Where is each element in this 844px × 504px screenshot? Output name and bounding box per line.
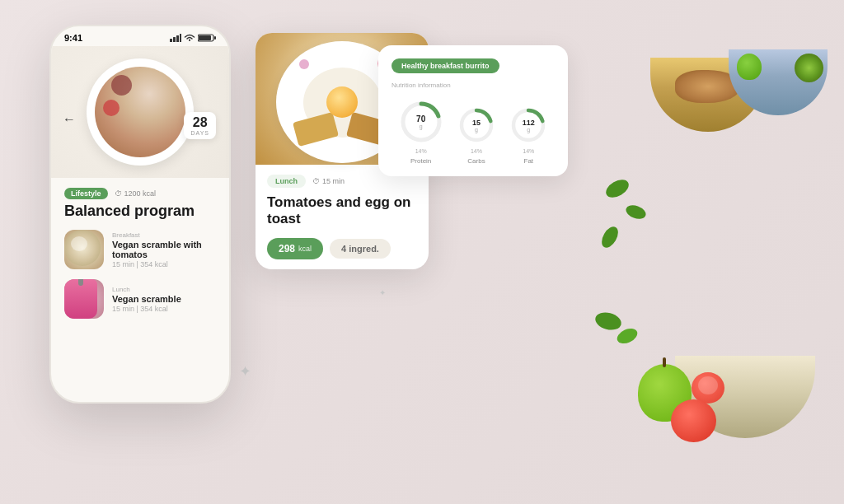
meal-info: Lunch Vegan scramble 15 min | 354 kcal [112,286,216,313]
clock-icon: ⏱ [312,177,320,185]
spinach-leaf [615,325,640,346]
battery-icon [198,34,216,42]
meal-category: Lunch [112,286,216,293]
kcal-label: kcal [298,245,312,253]
svg-rect-1 [173,37,176,42]
meal-detail: 15 min | 354 kcal [112,305,216,313]
background-food [572,0,844,504]
clock-icon: ⏱ [115,189,122,198]
food-title: Tomatoes and egg on toast [267,194,417,228]
meal-thumbnail [64,230,104,269]
days-badge: 28 DAYS [184,112,216,139]
time-value: 15 min [322,177,345,185]
protein-label: Protein [410,157,431,165]
egg-white [303,68,382,138]
sparkle-icon: ✦ [239,362,251,380]
spinach-leaf [603,176,632,202]
fat-donut: 112 g [509,105,548,145]
svg-rect-0 [170,39,172,42]
spinach-leaf [593,310,623,333]
svg-rect-3 [180,34,181,42]
svg-rect-6 [214,36,216,40]
flower-decoration [299,59,309,69]
fat-value: 112 [523,119,535,127]
nutrition-card: Healthy breakfast burrito Nutrition info… [378,45,568,176]
meal-thumbnail [64,279,104,319]
kcal-info: 1200 kcal [124,189,157,198]
svg-rect-2 [176,35,179,42]
nutrition-title: Healthy breakfast burrito [392,58,499,73]
plate [87,58,194,166]
fruit-bowl [724,41,832,132]
time-tag: ⏱ 15 min [312,177,345,185]
signal-icon [170,34,181,42]
svg-rect-5 [199,35,211,40]
sparkle-icon: ✦ [379,288,386,297]
spinach-leaf [598,224,621,250]
status-time: 9:41 [64,33,82,43]
tomato-decoration [671,399,716,442]
program-meta: Lifestyle ⏱ 1200 kcal [64,188,216,199]
nutrition-label: Nutrition information [392,82,555,89]
kcal-value: 298 [279,243,295,254]
kcal-meta: ⏱ 1200 kcal [115,189,157,198]
meal-name: Vegan scramble with tomatos [112,240,216,259]
status-icons [170,34,216,42]
phone-content: Lifestyle ⏱ 1200 kcal Balanced program B… [51,178,229,338]
fat-label: Fat [524,157,534,165]
days-label: DAYS [190,130,209,136]
carbs-label: Carbs [467,157,485,165]
meal-name: Vegan scramble [112,294,216,304]
nutrition-carbs: 15 g 14% Carbs [457,105,496,165]
protein-value: 70 [416,114,425,124]
hero-image: 28 DAYS ← [51,46,229,178]
food-tags: Lunch ⏱ 15 min [267,175,417,188]
carbs-value: 15 [472,119,481,127]
meal-category: Breakfast [112,231,216,239]
lifestyle-badge: Lifestyle [64,188,108,199]
ingred-label: ingred. [349,244,379,254]
plate-food [95,67,185,157]
lunch-tag: Lunch [267,175,306,188]
ingred-pill: 4 ingred. [330,239,391,259]
meal-detail: 15 min | 354 kcal [112,260,216,268]
back-arrow[interactable]: ← [63,112,76,127]
toast-piece [292,112,338,147]
meal-item[interactable]: Lunch Vegan scramble 15 min | 354 kcal [64,279,216,319]
kcal-pill: 298 kcal [267,238,323,259]
program-title: Balanced program [64,203,216,220]
wifi-icon [184,34,195,42]
egg-yolk [326,86,358,118]
status-bar: 9:41 [51,26,229,46]
meal-info: Breakfast Vegan scramble with tomatos 15… [112,231,216,268]
protein-donut: 70 g [398,99,444,145]
spinach-leaf [624,203,648,222]
nutrition-circles: 70 g 14% Protein 15 g 14% Carbs [392,99,555,165]
nutrition-fat: 112 g 14% Fat [509,105,548,165]
days-number: 28 [190,115,209,130]
carbs-donut: 15 g [457,105,496,145]
nutrition-protein: 70 g 14% Protein [398,99,444,165]
phone-mockup: 9:41 28 DAYS [49,25,231,404]
food-card-body: Lunch ⏱ 15 min Tomatoes and egg on toast… [256,165,429,269]
food-stats: 298 kcal 4 ingred. [267,238,417,259]
ingred-value: 4 [341,244,346,254]
meal-item[interactable]: Breakfast Vegan scramble with tomatos 15… [64,230,216,269]
